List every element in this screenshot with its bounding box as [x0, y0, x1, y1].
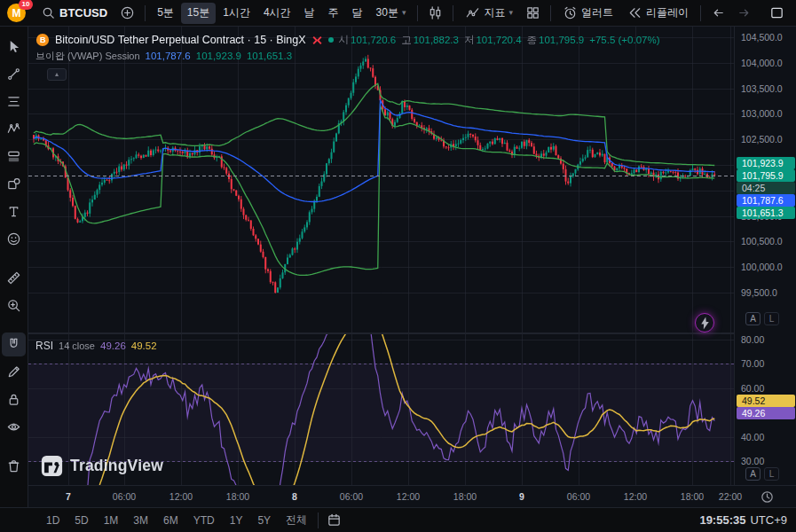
interval-1시간[interactable]: 1시간	[217, 3, 256, 24]
range-5Y[interactable]: 5Y	[250, 511, 278, 530]
chart-style-button[interactable]	[423, 3, 447, 24]
rsi-log-scale-button[interactable]: L	[764, 467, 779, 481]
boost-lightning-button[interactable]	[695, 313, 714, 332]
auto-scale-button[interactable]: A	[745, 312, 761, 325]
rsi-value: 49.26	[100, 340, 126, 351]
interval-날[interactable]: 날	[298, 3, 321, 24]
indicators-label: 지표	[484, 5, 505, 20]
main-legend: B Bitcoin/USD Tether Perpetual Contract …	[35, 32, 660, 81]
lock-tool-button[interactable]	[2, 387, 26, 411]
range-3M[interactable]: 3M	[126, 511, 155, 530]
toolbar-separator	[700, 5, 701, 21]
brush-tool-button[interactable]	[2, 360, 26, 384]
interval-30분[interactable]: 30분▾	[370, 3, 413, 24]
ruler-tool-button[interactable]	[2, 266, 26, 290]
replay-icon	[627, 5, 642, 20]
rsi-auto-scale-button[interactable]: A	[745, 467, 761, 481]
interval-달[interactable]: 달	[346, 3, 369, 24]
zoom-in-icon	[6, 298, 21, 313]
indicators-button[interactable]: 지표 ▾	[459, 3, 519, 24]
interval-5분[interactable]: 5분	[151, 3, 180, 24]
price-axis-label: 104,000.0	[741, 58, 783, 68]
trend-line-tool-button[interactable]	[2, 62, 26, 86]
search-icon	[41, 5, 56, 20]
price-axis-label: 99,500.0	[741, 287, 777, 298]
replay-button[interactable]: 리플레이	[621, 3, 695, 24]
price-tag: 101,795.9	[737, 169, 795, 182]
time-tick: 18:00	[226, 491, 249, 502]
layout-templates-button[interactable]	[521, 3, 545, 24]
alert-button[interactable]: 얼러트	[556, 3, 619, 24]
current-time[interactable]: 19:55:35	[699, 513, 745, 527]
magnet-tool-button[interactable]	[2, 332, 26, 356]
price-tag: 04:25	[737, 182, 795, 194]
rsi-axis-label: 60.00	[741, 383, 764, 394]
symbol-name: BTCUSD	[59, 6, 107, 20]
trash-icon	[6, 458, 21, 473]
eye-tool-button[interactable]	[2, 415, 26, 439]
fib-retracement-tool-button[interactable]	[2, 90, 26, 113]
bottom-toolbar: 1D5D1M3M6MYTD1Y5Y전체 19:55:35 UTC+9	[0, 507, 796, 532]
zoom-in-tool-button[interactable]	[2, 293, 26, 317]
range-1Y[interactable]: 1Y	[223, 511, 250, 530]
price-axis[interactable]: A L A L 104,500.0104,000.0103,500.0103,0…	[734, 27, 796, 485]
tradingview-app: M 10 BTCUSD 5분15분1시간4시간날주달30분▾ 지표 ▾ 얼러트	[0, 0, 796, 532]
text-tool-button[interactable]	[2, 200, 26, 223]
timezone-label[interactable]: UTC+9	[750, 513, 787, 527]
range-1M[interactable]: 1M	[97, 511, 126, 530]
clock-icon[interactable]	[760, 489, 775, 505]
range-전체[interactable]: 전체	[279, 511, 314, 530]
bolt-icon	[697, 316, 713, 331]
time-tick: 06:00	[340, 491, 363, 502]
time-axis[interactable]: 706:0012:0018:00806:0012:0018:00906:0012…	[28, 485, 796, 507]
interval-group: 5분15분1시간4시간날주달30분▾	[151, 3, 412, 24]
cursor-icon	[6, 39, 21, 54]
shapes-tool-button[interactable]	[2, 172, 26, 196]
range-6M[interactable]: 6M	[156, 511, 185, 530]
plus-circle-icon	[120, 5, 135, 20]
vwap-upper-value: 101,923.9	[196, 51, 241, 61]
rsi-axis-label: 30.00	[741, 456, 764, 466]
rsi-axis-label: 70.00	[741, 358, 764, 369]
pane-divider[interactable]	[28, 332, 796, 334]
time-tick: 06:00	[567, 491, 590, 502]
range-5D[interactable]: 5D	[67, 511, 95, 530]
emoji-tool-button[interactable]	[2, 227, 26, 251]
eye-icon	[6, 419, 21, 434]
pattern-tool-button[interactable]	[2, 117, 26, 141]
lock-icon	[6, 392, 21, 407]
rsi-legend[interactable]: RSI 14 close 49.26 49.52	[35, 340, 157, 352]
trash-tool-button[interactable]	[2, 454, 26, 478]
cursor-tool-button[interactable]	[2, 35, 26, 59]
compare-add-button[interactable]	[115, 3, 139, 24]
interval-주[interactable]: 주	[322, 3, 345, 24]
undo-button[interactable]	[706, 3, 730, 24]
symbol-legend-row[interactable]: B Bitcoin/USD Tether Perpetual Contract …	[35, 32, 660, 48]
price-tag: 101,787.6	[737, 194, 795, 207]
fullscreen-button[interactable]	[765, 3, 789, 24]
redo-icon	[737, 5, 752, 20]
time-tick: 06:00	[113, 491, 136, 502]
range-YTD[interactable]: YTD	[186, 511, 222, 530]
tradingview-watermark[interactable]: TradingView	[41, 455, 163, 477]
replay-label: 리플레이	[646, 5, 689, 20]
interval-15분[interactable]: 15분	[181, 3, 216, 24]
price-axis-label: 100,500.0	[741, 236, 783, 246]
emoji-icon	[6, 231, 21, 246]
long-position-tool-button[interactable]	[2, 145, 26, 168]
alert-label: 얼러트	[581, 5, 613, 20]
trend-line-icon	[6, 66, 21, 82]
go-to-date-button[interactable]	[322, 510, 346, 531]
price-tag: 101,923.9	[737, 157, 795, 169]
user-menu-button[interactable]: M 10	[7, 4, 26, 22]
log-scale-button[interactable]: L	[764, 312, 779, 325]
vwap-legend-row[interactable]: 브이왑 (VWAP) Session 101,787.6 101,923.9 1…	[35, 48, 660, 64]
interval-4시간[interactable]: 4시간	[257, 3, 297, 24]
time-tick: 12:00	[397, 491, 420, 502]
symbol-search-button[interactable]: BTCUSD	[35, 3, 114, 24]
ohlc-high: 고101,882.3	[401, 34, 459, 47]
redo-button[interactable]	[732, 3, 756, 24]
text-icon	[6, 204, 21, 219]
range-1D[interactable]: 1D	[39, 511, 67, 530]
legend-collapse-button[interactable]: ▴	[47, 68, 67, 81]
